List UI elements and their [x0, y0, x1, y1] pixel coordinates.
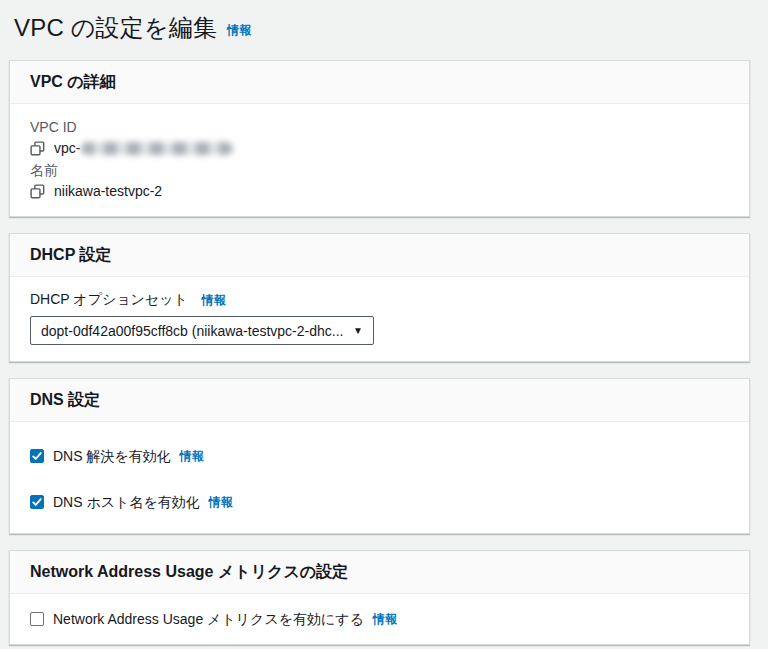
- vpc-name-label: 名前: [30, 161, 729, 179]
- nau-metrics-heading: Network Address Usage メトリクスの設定: [10, 551, 749, 594]
- vpc-details-body: VPC ID vpc- 名前 n: [10, 104, 749, 216]
- dhcp-info-link[interactable]: 情報: [202, 293, 226, 307]
- dns-resolution-row: DNS 解決を有効化 情報: [30, 447, 729, 465]
- vpc-details-heading: VPC の詳細: [10, 61, 749, 104]
- vpc-id-redacted-value: [81, 142, 233, 155]
- dhcp-option-set-select[interactable]: dopt-0df42a00f95cff8cb (niikawa-testvpc-…: [30, 316, 374, 345]
- dns-resolution-info-link[interactable]: 情報: [180, 447, 204, 465]
- vpc-name-row: niikawa-testvpc-2: [30, 182, 729, 200]
- dhcp-settings-card: DHCP 設定 DHCP オプションセット 情報 dopt-0df42a00f9…: [9, 233, 750, 362]
- page-title: VPC の設定を編集: [14, 12, 217, 44]
- vpc-id-prefix: vpc-: [54, 139, 80, 157]
- vpc-id-label: VPC ID: [30, 118, 729, 136]
- dhcp-option-set-selected-value: dopt-0df42a00f95cff8cb (niikawa-testvpc-…: [41, 322, 343, 340]
- copy-icon[interactable]: [30, 141, 45, 156]
- nau-info-link[interactable]: 情報: [373, 610, 397, 628]
- dns-hostnames-checkbox[interactable]: [30, 495, 44, 509]
- dhcp-option-set-label-row: DHCP オプションセット 情報: [30, 290, 729, 309]
- dns-resolution-label: DNS 解決を有効化: [53, 447, 171, 465]
- nau-enable-label: Network Address Usage メトリクスを有効にする: [53, 610, 364, 628]
- vpc-details-card: VPC の詳細 VPC ID vpc- 名前: [9, 60, 750, 217]
- dns-hostnames-row: DNS ホスト名を有効化 情報: [30, 493, 729, 511]
- vpc-name-value: niikawa-testvpc-2: [54, 182, 162, 200]
- nau-metrics-card: Network Address Usage メトリクスの設定 Network A…: [9, 550, 750, 645]
- edit-vpc-settings-page: VPC の設定を編集 情報 VPC の詳細 VPC ID vpc- 名前: [0, 0, 768, 649]
- dhcp-settings-heading: DHCP 設定: [10, 234, 749, 277]
- page-info-link[interactable]: 情報: [227, 22, 251, 39]
- dns-hostnames-info-link[interactable]: 情報: [209, 493, 233, 511]
- caret-down-icon: ▼: [353, 322, 363, 340]
- dns-resolution-checkbox[interactable]: [30, 449, 44, 463]
- nau-enable-row: Network Address Usage メトリクスを有効にする 情報: [30, 610, 729, 628]
- nau-enable-checkbox[interactable]: [30, 612, 44, 626]
- vpc-id-row: vpc-: [30, 139, 729, 157]
- page-title-row: VPC の設定を編集 情報: [14, 12, 750, 44]
- copy-icon[interactable]: [30, 184, 45, 199]
- dns-settings-card: DNS 設定 DNS 解決を有効化 情報 DNS ホスト名を有効化 情報: [9, 378, 750, 534]
- dns-settings-heading: DNS 設定: [10, 379, 749, 422]
- dhcp-settings-body: DHCP オプションセット 情報 dopt-0df42a00f95cff8cb …: [10, 277, 749, 361]
- dns-hostnames-label: DNS ホスト名を有効化: [53, 493, 200, 511]
- dns-settings-body: DNS 解決を有効化 情報 DNS ホスト名を有効化 情報: [10, 422, 749, 533]
- nau-metrics-body: Network Address Usage メトリクスを有効にする 情報: [10, 594, 749, 644]
- dhcp-option-set-label: DHCP オプションセット: [30, 291, 188, 307]
